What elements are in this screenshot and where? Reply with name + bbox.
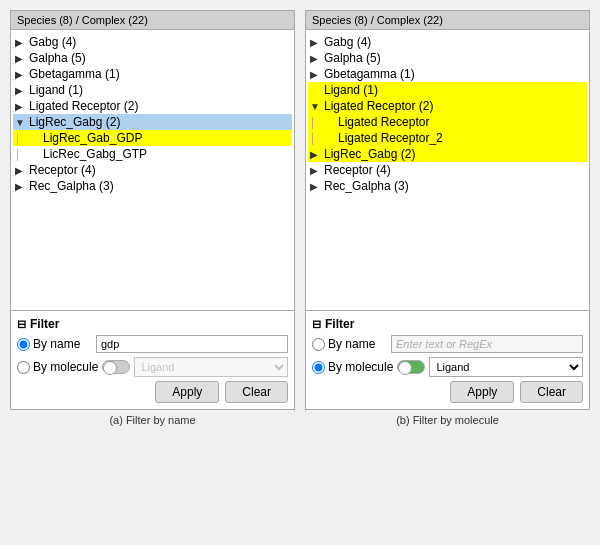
tree-item-label: Ligand (1): [29, 83, 83, 97]
tree-item-label: Gabg (4): [29, 35, 76, 49]
by-name-label-text: By name: [33, 337, 80, 351]
tree-item[interactable]: │ LicRec_Gabg_GTP: [13, 146, 292, 162]
by-molecule-radio[interactable]: [312, 361, 325, 374]
by-name-label[interactable]: By name: [312, 337, 387, 351]
tree-item-label: Ligated Receptor: [338, 115, 429, 129]
by-name-radio[interactable]: [17, 338, 30, 351]
tree-item[interactable]: Ligand (1): [308, 82, 587, 98]
tree-item-label: LicRec_Gabg_GTP: [43, 147, 147, 161]
name-input[interactable]: [96, 335, 288, 353]
panel-left: Species (8) / Complex (22)▶Gabg (4)▶Galp…: [10, 10, 295, 410]
filter-by-molecule-row: By moleculeLigand: [312, 357, 583, 377]
filter-by-molecule-row: By moleculeLigand: [17, 357, 288, 377]
tree-item[interactable]: │ Ligated Receptor: [308, 114, 587, 130]
clear-button[interactable]: Clear: [225, 381, 288, 403]
by-molecule-label[interactable]: By molecule: [17, 360, 98, 374]
apply-button[interactable]: Apply: [450, 381, 514, 403]
panel-header: Species (8) / Complex (22): [306, 11, 589, 30]
panel-right: Species (8) / Complex (22)▶Gabg (4)▶Galp…: [305, 10, 590, 410]
tree-indent: │: [310, 117, 324, 128]
molecule-select-wrapper: Ligand: [397, 357, 583, 377]
tree-chevron-icon[interactable]: ▶: [310, 181, 324, 192]
collapse-icon[interactable]: ⊟: [17, 318, 26, 331]
collapse-icon[interactable]: ⊟: [312, 318, 321, 331]
apply-button[interactable]: Apply: [155, 381, 219, 403]
tree-item-label: Gbetagamma (1): [29, 67, 120, 81]
by-molecule-radio[interactable]: [17, 361, 30, 374]
tree-item[interactable]: ▶Receptor (4): [13, 162, 292, 178]
tree-item[interactable]: ▶Gabg (4): [308, 34, 587, 50]
tree-chevron-icon[interactable]: ▶: [15, 69, 29, 80]
panels-container: Species (8) / Complex (22)▶Gabg (4)▶Galp…: [10, 10, 590, 410]
molecule-toggle[interactable]: [102, 360, 130, 374]
filter-section: ⊟ FilterBy nameBy moleculeLigandApplyCle…: [306, 310, 589, 409]
tree-indent: │: [15, 149, 29, 160]
filter-label: Filter: [30, 317, 59, 331]
tree-item[interactable]: ▶LigRec_Gabg (2): [308, 146, 587, 162]
tree-item[interactable]: ▶Gbetagamma (1): [13, 66, 292, 82]
tree-item[interactable]: ▶Receptor (4): [308, 162, 587, 178]
captions-row: (a) Filter by name(b) Filter by molecule: [10, 414, 590, 426]
clear-button[interactable]: Clear: [520, 381, 583, 403]
tree-item[interactable]: │ LigRec_Gab_GDP: [13, 130, 292, 146]
tree-item-label: Galpha (5): [324, 51, 381, 65]
tree-indent: │: [310, 133, 324, 144]
tree-chevron-icon[interactable]: ▶: [15, 53, 29, 64]
panel-caption: (a) Filter by name: [10, 414, 295, 426]
tree-item-label: LigRec_Gabg (2): [324, 147, 415, 161]
tree-area: ▶Gabg (4)▶Galpha (5)▶Gbetagamma (1)Ligan…: [306, 30, 589, 310]
molecule-toggle[interactable]: [397, 360, 425, 374]
by-name-label[interactable]: By name: [17, 337, 92, 351]
tree-item[interactable]: ▶Galpha (5): [308, 50, 587, 66]
tree-item-label: Ligand (1): [324, 83, 378, 97]
tree-chevron-icon[interactable]: ▶: [15, 37, 29, 48]
tree-chevron-icon[interactable]: ▶: [15, 85, 29, 96]
tree-item[interactable]: ▶Ligand (1): [13, 82, 292, 98]
filter-by-name-row: By name: [312, 335, 583, 353]
tree-item-label: Ligated Receptor (2): [324, 99, 433, 113]
name-input[interactable]: [391, 335, 583, 353]
tree-item-label: Gabg (4): [324, 35, 371, 49]
panel-header: Species (8) / Complex (22): [11, 11, 294, 30]
tree-item-label: Receptor (4): [324, 163, 391, 177]
molecule-dropdown[interactable]: Ligand: [134, 357, 288, 377]
tree-item-label: Rec_Galpha (3): [324, 179, 409, 193]
tree-item[interactable]: │ Ligated Receptor_2: [308, 130, 587, 146]
filter-buttons-row: ApplyClear: [312, 381, 583, 403]
filter-by-name-row: By name: [17, 335, 288, 353]
tree-item[interactable]: ▼LigRec_Gabg (2): [13, 114, 292, 130]
filter-label: Filter: [325, 317, 354, 331]
filter-title: ⊟ Filter: [17, 317, 288, 331]
tree-chevron-icon[interactable]: ▶: [310, 37, 324, 48]
by-name-radio[interactable]: [312, 338, 325, 351]
tree-chevron-icon[interactable]: ▼: [15, 117, 29, 128]
tree-item[interactable]: ▶Gabg (4): [13, 34, 292, 50]
tree-item-label: Ligated Receptor (2): [29, 99, 138, 113]
tree-chevron-icon[interactable]: ▶: [310, 165, 324, 176]
tree-item[interactable]: ▼Ligated Receptor (2): [308, 98, 587, 114]
tree-chevron-icon[interactable]: ▶: [310, 69, 324, 80]
tree-item[interactable]: ▶Gbetagamma (1): [308, 66, 587, 82]
by-molecule-label-text: By molecule: [33, 360, 98, 374]
molecule-dropdown[interactable]: Ligand: [429, 357, 583, 377]
tree-chevron-icon[interactable]: ▶: [15, 165, 29, 176]
tree-item[interactable]: ▶Ligated Receptor (2): [13, 98, 292, 114]
filter-buttons-row: ApplyClear: [17, 381, 288, 403]
by-molecule-label[interactable]: By molecule: [312, 360, 393, 374]
filter-section: ⊟ FilterBy nameBy moleculeLigandApplyCle…: [11, 310, 294, 409]
tree-chevron-icon[interactable]: ▶: [15, 101, 29, 112]
tree-chevron-icon[interactable]: ▶: [15, 181, 29, 192]
panel-caption: (b) Filter by molecule: [305, 414, 590, 426]
tree-chevron-icon[interactable]: ▶: [310, 53, 324, 64]
tree-item-label: LigRec_Gab_GDP: [43, 131, 142, 145]
tree-indent: │: [15, 133, 29, 144]
tree-item-label: Ligated Receptor_2: [338, 131, 443, 145]
molecule-select-wrapper: Ligand: [102, 357, 288, 377]
tree-item[interactable]: ▶Rec_Galpha (3): [308, 178, 587, 194]
tree-item[interactable]: ▶Galpha (5): [13, 50, 292, 66]
tree-chevron-icon[interactable]: ▶: [310, 149, 324, 160]
tree-item-label: Gbetagamma (1): [324, 67, 415, 81]
tree-item[interactable]: ▶Rec_Galpha (3): [13, 178, 292, 194]
tree-item-label: Galpha (5): [29, 51, 86, 65]
tree-chevron-icon[interactable]: ▼: [310, 101, 324, 112]
